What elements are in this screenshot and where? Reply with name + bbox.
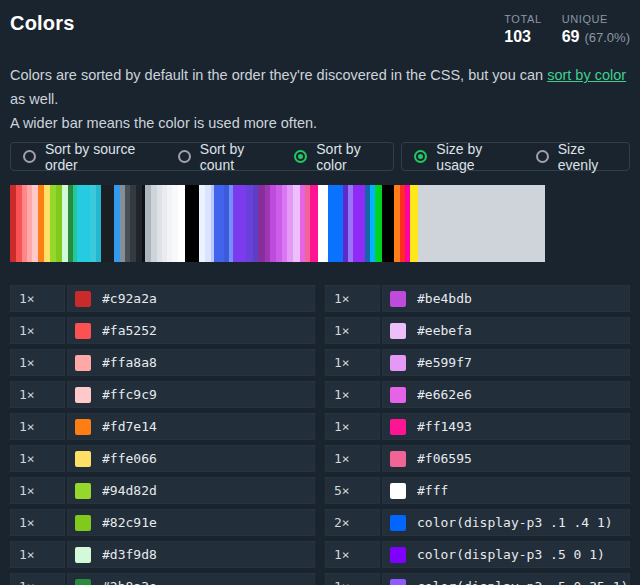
color-usage-segment xyxy=(353,185,366,262)
page-title: Colors xyxy=(10,12,75,35)
color-swatch xyxy=(390,515,406,531)
color-usage-segment xyxy=(418,185,545,262)
color-swatch xyxy=(75,547,91,563)
sort-options-group: Sort by source order Sort by count Sort … xyxy=(10,142,394,171)
color-value-cell: #82c91e xyxy=(67,509,315,536)
color-usage-segment xyxy=(258,185,265,262)
color-row: 1× #f06595 xyxy=(325,445,630,472)
stat-unique-percentage: (67.0%) xyxy=(584,30,630,45)
color-usage-segment xyxy=(233,185,246,262)
color-value-cell: #e662e6 xyxy=(382,381,630,408)
color-list-right-column: 1× #be4bdb 1× #eebefa 1× xyxy=(325,285,630,585)
color-count: 1× xyxy=(10,413,65,440)
color-row: 1× #e662e6 xyxy=(325,381,630,408)
color-row: 1× #fd7e14 xyxy=(10,413,315,440)
stat-unique: UNIQUE 69 (67.0%) xyxy=(562,12,630,46)
color-value: #c92a2a xyxy=(102,291,157,306)
size-option[interactable]: Size evenly xyxy=(536,141,617,173)
color-value: #d3f9d8 xyxy=(102,547,157,562)
sort-option-label: Sort by count xyxy=(200,141,268,173)
color-value-cell: #ffc9c9 xyxy=(67,381,315,408)
color-count: 1× xyxy=(325,573,380,585)
color-value: #fd7e14 xyxy=(102,419,157,434)
radio-icon[interactable] xyxy=(23,150,36,163)
color-usage-segment xyxy=(328,185,343,262)
radio-icon[interactable] xyxy=(294,150,307,163)
color-row: 1× #c92a2a xyxy=(10,285,315,312)
color-count: 2× xyxy=(325,509,380,536)
color-row: 1× #ffc9c9 xyxy=(10,381,315,408)
sort-option-label: Sort by color xyxy=(316,141,381,173)
color-value: color(display-p3 .1 .4 1) xyxy=(417,515,613,530)
radio-icon[interactable] xyxy=(536,150,549,163)
color-swatch xyxy=(75,483,91,499)
panel-header: Colors TOTAL 103 UNIQUE 69 (67.0%) xyxy=(10,12,630,46)
color-row: 1× color(display-p3 .5 0 1) xyxy=(325,541,630,568)
color-value-cell: #e599f7 xyxy=(382,349,630,376)
color-usage-segment xyxy=(375,185,382,262)
color-value: #ff1493 xyxy=(417,419,472,434)
color-value: #fff xyxy=(417,483,448,498)
color-swatch xyxy=(75,355,91,371)
description-line-2: A wider bar means the color is used more… xyxy=(10,115,317,131)
color-value: #94d82d xyxy=(102,483,157,498)
size-option[interactable]: Size by usage xyxy=(414,141,509,173)
color-count: 1× xyxy=(10,445,65,472)
size-options-group: Size by usage Size evenly xyxy=(401,142,630,171)
color-usage-segment xyxy=(101,185,114,262)
color-value: #eebefa xyxy=(417,323,472,338)
color-value: #fa5252 xyxy=(102,323,157,338)
stat-total: TOTAL 103 xyxy=(504,12,541,46)
color-usage-bar xyxy=(10,185,545,262)
radio-icon[interactable] xyxy=(178,150,191,163)
color-count: 1× xyxy=(325,317,380,344)
colors-panel: Colors TOTAL 103 UNIQUE 69 (67.0%) Color… xyxy=(0,0,640,585)
color-swatch xyxy=(390,451,406,467)
color-row: 1× #2b8a3e xyxy=(10,573,315,585)
sort-option-label: Sort by source order xyxy=(45,141,152,173)
sort-option[interactable]: Sort by color xyxy=(294,141,381,173)
color-count: 5× xyxy=(325,477,380,504)
color-list: 1× #c92a2a 1× #fa5252 1× xyxy=(10,285,630,585)
color-swatch xyxy=(390,547,406,563)
sort-option[interactable]: Sort by source order xyxy=(23,141,152,173)
color-usage-segment xyxy=(410,185,418,262)
color-value-cell: #ffa8a8 xyxy=(67,349,315,376)
color-swatch xyxy=(75,291,91,307)
size-option-label: Size evenly xyxy=(558,141,617,173)
color-row: 1× #fa5252 xyxy=(10,317,315,344)
color-swatch xyxy=(390,291,406,307)
radio-icon[interactable] xyxy=(414,150,427,163)
color-count: 1× xyxy=(10,285,65,312)
color-swatch xyxy=(75,387,91,403)
color-count: 1× xyxy=(10,317,65,344)
color-row: 1× #ff1493 xyxy=(325,413,630,440)
color-value: #e662e6 xyxy=(417,387,472,402)
color-value-cell: #fff xyxy=(382,477,630,504)
color-count: 1× xyxy=(10,349,65,376)
color-value-cell: #94d82d xyxy=(67,477,315,504)
sort-option[interactable]: Sort by count xyxy=(178,141,268,173)
color-usage-segment xyxy=(185,185,199,262)
color-usage-segment xyxy=(310,185,318,262)
color-row: 5× #fff xyxy=(325,477,630,504)
color-value-cell: #2b8a3e xyxy=(67,573,315,585)
color-row: 1× #be4bdb xyxy=(325,285,630,312)
stat-unique-value: 69 xyxy=(562,28,580,46)
color-count: 1× xyxy=(10,477,65,504)
color-row: 1× #d3f9d8 xyxy=(10,541,315,568)
color-usage-segment xyxy=(214,185,224,262)
color-swatch xyxy=(75,419,91,435)
sort-by-color-link[interactable]: sort by color xyxy=(547,67,626,83)
color-list-left-column: 1× #c92a2a 1× #fa5252 1× xyxy=(10,285,315,585)
color-value: color(display-p3 .5 0 1) xyxy=(417,547,605,562)
color-value: #ffc9c9 xyxy=(102,387,157,402)
color-value: #2b8a3e xyxy=(102,579,157,585)
color-swatch xyxy=(390,355,406,371)
color-row: 1× #82c91e xyxy=(10,509,315,536)
color-value-cell: #fa5252 xyxy=(67,317,315,344)
color-row: 1× #94d82d xyxy=(10,477,315,504)
color-swatch xyxy=(75,579,91,585)
color-swatch xyxy=(75,323,91,339)
color-row: 1× color(display-p3 .5 0.35 1) xyxy=(325,573,630,585)
